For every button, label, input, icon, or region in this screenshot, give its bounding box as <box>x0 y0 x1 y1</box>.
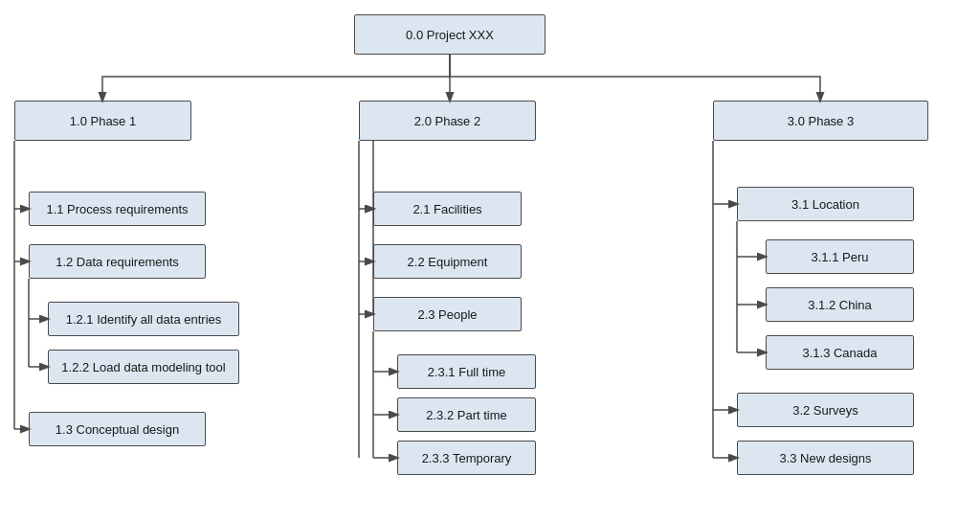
n32-node: 3.2 Surveys <box>737 393 914 427</box>
n33-node: 3.3 New designs <box>737 441 914 475</box>
n233-node: 2.3.3 Temporary <box>397 441 536 475</box>
phase3-node: 3.0 Phase 3 <box>713 101 928 141</box>
n231-node: 2.3.1 Full time <box>397 354 536 389</box>
phase2-node: 2.0 Phase 2 <box>359 101 536 141</box>
phase1-node: 1.0 Phase 1 <box>14 101 191 141</box>
n312-node: 3.1.2 China <box>766 287 914 322</box>
n31-node: 3.1 Location <box>737 187 914 221</box>
diagram: 0.0 Project XXX 1.0 Phase 1 2.0 Phase 2 … <box>0 0 980 521</box>
n22-node: 2.2 Equipment <box>373 244 522 279</box>
n12-node: 1.2 Data requirements <box>29 244 206 279</box>
n21-node: 2.1 Facilities <box>373 192 522 226</box>
n311-node: 3.1.1 Peru <box>766 239 914 274</box>
n23-node: 2.3 People <box>373 297 522 331</box>
n121-node: 1.2.1 Identify all data entries <box>48 302 239 336</box>
n13-node: 1.3 Conceptual design <box>29 412 206 446</box>
n11-node: 1.1 Process requirements <box>29 192 206 226</box>
root-node: 0.0 Project XXX <box>354 14 546 55</box>
n122-node: 1.2.2 Load data modeling tool <box>48 350 239 384</box>
n313-node: 3.1.3 Canada <box>766 335 914 370</box>
n232-node: 2.3.2 Part time <box>397 397 536 432</box>
